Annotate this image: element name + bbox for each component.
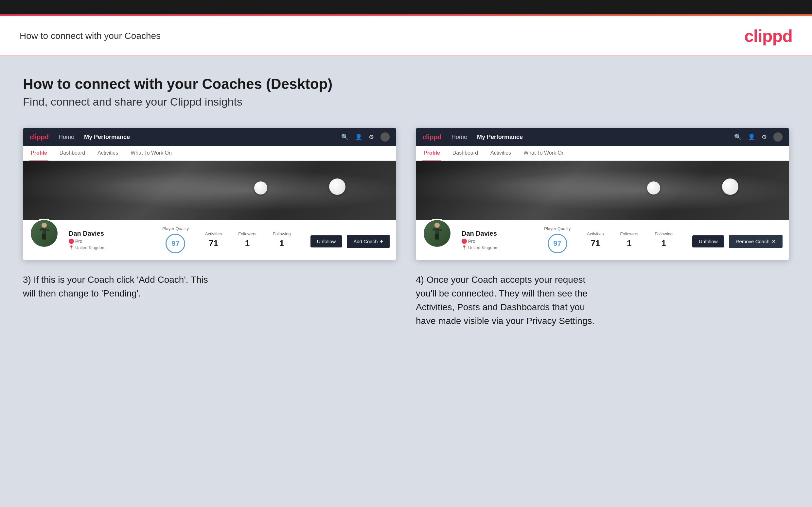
activities-value-right: 71 xyxy=(587,238,604,248)
unfollow-button-right[interactable]: Unfollow xyxy=(692,235,724,247)
mock-tab-dashboard-left[interactable]: Dashboard xyxy=(58,146,86,161)
mock-pq-label-left: Player Quality xyxy=(162,226,189,231)
mock-location-right: 📍 United Kingdom xyxy=(462,245,511,250)
top-bar xyxy=(0,0,812,16)
mock-nav-icons-left: 🔍 👤 ⚙ xyxy=(341,132,390,142)
mock-stat-following-left: Following 1 xyxy=(273,231,291,248)
settings-icon-left[interactable]: ⚙ xyxy=(369,133,374,140)
mock-tab-dashboard-right[interactable]: Dashboard xyxy=(451,146,479,161)
mock-nav-home-right[interactable]: Home xyxy=(452,134,467,140)
add-coach-button-left[interactable]: Add Coach + xyxy=(347,235,390,248)
mock-tab-profile-left[interactable]: Profile xyxy=(30,146,48,161)
mock-stats-left: Player Quality 97 Activities 71 Follower… xyxy=(162,226,291,253)
header-title: How to connect with your Coaches xyxy=(20,31,161,41)
location-icon-right: 📍 xyxy=(462,245,467,250)
golfer-svg-left xyxy=(36,222,52,245)
following-value-left: 1 xyxy=(273,238,291,248)
svg-point-0 xyxy=(42,223,47,228)
mock-avatar-left xyxy=(30,219,59,248)
screenshot-col-right: clippd Home My Performance 🔍 👤 ⚙ Profile… xyxy=(416,128,789,331)
mock-user-details-right: Dan Davies Pro 📍 United Kingdom xyxy=(462,230,511,250)
badge-icon-right xyxy=(462,239,467,244)
avatar-icon-right[interactable] xyxy=(773,132,782,142)
mock-location-left: 📍 United Kingdom xyxy=(69,245,118,250)
mock-nav-icons-right: 🔍 👤 ⚙ xyxy=(734,132,782,142)
remove-coach-button-right[interactable]: Remove Coach ✕ xyxy=(729,235,782,248)
description-right: 4) Once your Coach accepts your request … xyxy=(416,273,606,328)
mock-logo-right: clippd xyxy=(422,133,442,141)
mock-username-left: Dan Davies xyxy=(69,230,118,237)
followers-value-left: 1 xyxy=(238,238,256,248)
user-icon-right[interactable]: 👤 xyxy=(748,133,755,140)
followers-label-right: Followers xyxy=(620,231,639,236)
user-icon-left[interactable]: 👤 xyxy=(355,133,362,140)
mock-badge-left: Pro xyxy=(69,239,118,244)
mock-tab-activities-right[interactable]: Activities xyxy=(489,146,512,161)
mock-avatar-wrap-left xyxy=(30,219,59,248)
mock-tabs-right: Profile Dashboard Activities What To Wor… xyxy=(416,146,789,161)
mock-nav-home-left[interactable]: Home xyxy=(59,134,74,140)
activities-value-left: 71 xyxy=(205,238,222,248)
plus-icon-left: + xyxy=(379,238,383,245)
mock-nav-performance-right[interactable]: My Performance xyxy=(477,134,523,140)
mock-badge-text-right: Pro xyxy=(468,239,475,244)
svg-rect-4 xyxy=(42,234,44,240)
svg-rect-11 xyxy=(437,234,439,240)
following-label-left: Following xyxy=(273,231,291,236)
mock-golf-ball2-left xyxy=(329,178,346,195)
location-icon-left: 📍 xyxy=(69,245,74,250)
mock-actions-left: Unfollow Add Coach + xyxy=(310,235,390,248)
badge-icon-left xyxy=(69,239,74,244)
mock-tab-activities-left[interactable]: Activities xyxy=(96,146,119,161)
mock-avatar-wrap-right xyxy=(422,219,452,248)
mock-tab-profile-right[interactable]: Profile xyxy=(422,146,441,161)
mock-actions-right: Unfollow Remove Coach ✕ xyxy=(692,235,782,248)
mock-tabs-left: Profile Dashboard Activities What To Wor… xyxy=(23,146,396,161)
search-icon-right[interactable]: 🔍 xyxy=(734,133,741,140)
following-label-right: Following xyxy=(655,231,673,236)
activities-label-left: Activities xyxy=(205,231,222,236)
unfollow-button-left[interactable]: Unfollow xyxy=(310,235,343,247)
mock-browser-left: clippd Home My Performance 🔍 👤 ⚙ Profile… xyxy=(23,128,396,260)
header: How to connect with your Coaches clippd xyxy=(0,16,812,56)
svg-rect-10 xyxy=(435,234,437,240)
followers-label-left: Followers xyxy=(238,231,256,236)
avatar-icon-left[interactable] xyxy=(380,132,390,142)
mock-badge-text-left: Pro xyxy=(75,239,83,244)
main-content: How to connect with your Coaches (Deskto… xyxy=(0,56,812,507)
mock-logo-left: clippd xyxy=(30,133,49,141)
mock-stat-activities-left: Activities 71 xyxy=(205,231,222,248)
mock-stats-right: Player Quality 97 Activities 71 Follower… xyxy=(544,226,673,253)
mock-nav-performance-left[interactable]: My Performance xyxy=(84,134,130,140)
mock-player-quality-right: Player Quality 97 xyxy=(544,226,570,253)
mock-profile-info-left: Dan Davies Pro 📍 United Kingdom Player Q xyxy=(23,220,396,260)
mock-player-quality-left: Player Quality 97 xyxy=(162,226,189,253)
following-value-right: 1 xyxy=(655,238,673,248)
mock-location-text-left: United Kingdom xyxy=(75,245,106,250)
svg-point-6 xyxy=(435,223,440,228)
x-icon-right: ✕ xyxy=(771,238,776,244)
search-icon-left[interactable]: 🔍 xyxy=(341,133,348,140)
header-logo: clippd xyxy=(744,26,792,46)
mock-pq-circle-left: 97 xyxy=(165,234,185,253)
mock-stat-followers-left: Followers 1 xyxy=(238,231,256,248)
mock-golf-ball2-right xyxy=(722,178,739,195)
description-left: 3) If this is your Coach click 'Add Coac… xyxy=(23,273,213,300)
settings-icon-right[interactable]: ⚙ xyxy=(762,133,767,140)
description-text-left: 3) If this is your Coach click 'Add Coac… xyxy=(23,273,213,300)
mock-avatar-right xyxy=(422,219,452,248)
mock-tab-whattoworkon-right[interactable]: What To Work On xyxy=(522,146,566,161)
mock-profile-banner-left xyxy=(23,161,396,220)
activities-label-right: Activities xyxy=(587,231,604,236)
mock-username-right: Dan Davies xyxy=(462,230,511,237)
mock-stat-activities-right: Activities 71 xyxy=(587,231,604,248)
followers-value-right: 1 xyxy=(620,238,639,248)
mock-location-text-right: United Kingdom xyxy=(468,245,499,250)
golfer-svg-right xyxy=(429,222,445,245)
mock-stat-following-right: Following 1 xyxy=(655,231,673,248)
page-heading: How to connect with your Coaches (Deskto… xyxy=(23,76,789,92)
mock-user-details-left: Dan Davies Pro 📍 United Kingdom xyxy=(69,230,118,250)
mock-browser-right: clippd Home My Performance 🔍 👤 ⚙ Profile… xyxy=(416,128,789,260)
mock-stat-followers-right: Followers 1 xyxy=(620,231,639,248)
mock-tab-whattoworkon-left[interactable]: What To Work On xyxy=(129,146,173,161)
